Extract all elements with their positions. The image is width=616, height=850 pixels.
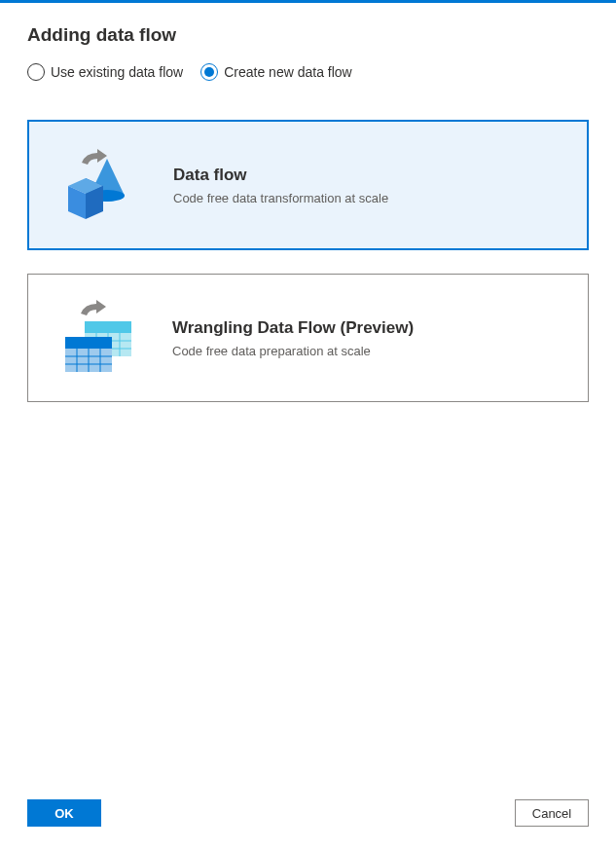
card-description: Code free data preparation at scale: [172, 344, 414, 358]
data-flow-icon: [58, 147, 136, 223]
radio-create-new[interactable]: Create new data flow: [200, 63, 352, 81]
radio-label: Create new data flow: [224, 64, 352, 80]
radio-group: Use existing data flow Create new data f…: [0, 63, 616, 81]
radio-icon: [27, 63, 45, 81]
ok-button[interactable]: OK: [27, 799, 101, 827]
card-text: Wrangling Data Flow (Preview) Code free …: [172, 318, 414, 358]
card-wrangling-data-flow[interactable]: Wrangling Data Flow (Preview) Code free …: [27, 274, 589, 402]
radio-icon: [200, 63, 218, 81]
cancel-button[interactable]: Cancel: [515, 799, 589, 827]
radio-label: Use existing data flow: [51, 64, 183, 80]
card-description: Code free data transformation at scale: [173, 191, 388, 205]
dialog-title: Adding data flow: [27, 24, 589, 46]
dialog-header: Adding data flow: [0, 3, 616, 63]
wrangling-data-flow-icon: [57, 300, 135, 376]
card-text: Data flow Code free data transformation …: [173, 166, 388, 205]
radio-use-existing[interactable]: Use existing data flow: [27, 63, 183, 81]
svg-rect-1: [85, 321, 131, 333]
radio-dot-icon: [204, 67, 214, 77]
dialog-footer: OK Cancel: [0, 784, 616, 850]
svg-rect-8: [65, 337, 112, 349]
card-title: Data flow: [173, 166, 388, 185]
card-data-flow[interactable]: Data flow Code free data transformation …: [27, 120, 589, 250]
card-list: Data flow Code free data transformation …: [0, 81, 616, 402]
card-title: Wrangling Data Flow (Preview): [172, 318, 414, 338]
